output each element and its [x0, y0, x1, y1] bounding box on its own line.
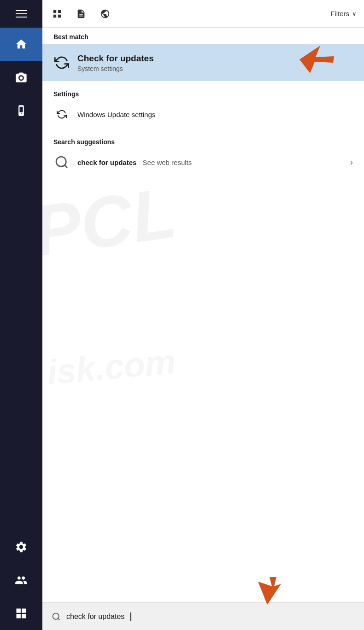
- sidebar: [0, 0, 42, 630]
- suggestion-web-search[interactable]: check for updates- See web results ›: [42, 149, 364, 175]
- best-match-icon: [53, 54, 70, 71]
- search-bar: check for updates: [42, 602, 364, 630]
- svg-marker-0: [299, 46, 334, 73]
- best-match-header: Best match: [42, 28, 364, 44]
- svg-point-4: [53, 613, 59, 619]
- best-match-subtitle: System settings: [77, 65, 154, 72]
- orange-arrow-annotation: [295, 43, 336, 76]
- watermark-text-2: isk.com: [46, 344, 177, 390]
- toolbar-globe-icon[interactable]: [98, 6, 112, 21]
- camera-icon: [15, 71, 28, 84]
- filters-label: Filters: [330, 10, 349, 18]
- watermark-text-1: PCL: [42, 177, 180, 267]
- results-area: Best match Check for updates System sett…: [42, 28, 364, 602]
- search-suggestion-icon: [53, 154, 70, 171]
- hamburger-menu[interactable]: [0, 0, 42, 28]
- home-icon: [15, 38, 28, 51]
- hamburger-icon: [16, 10, 27, 18]
- toolbar: Filters ∨: [42, 0, 364, 28]
- update-settings-icon: [53, 106, 70, 123]
- best-match-item[interactable]: Check for updates System settings: [42, 44, 364, 81]
- filters-button[interactable]: Filters ∨: [330, 10, 357, 18]
- user-icon: [15, 574, 28, 587]
- suggestion-suffix: - See web results: [138, 159, 192, 166]
- settings-header: Settings: [42, 85, 364, 101]
- toolbar-grid-icon[interactable]: [50, 6, 65, 21]
- suggestions-section: Search suggestions check for updates- Se…: [42, 131, 364, 177]
- search-cursor: [130, 612, 131, 621]
- suggestion-query: check for updates: [77, 159, 136, 166]
- settings-section: Settings Windows Update settings: [42, 81, 364, 131]
- suggestion-chevron-icon: ›: [350, 158, 353, 167]
- sidebar-item-user[interactable]: [0, 564, 42, 597]
- main-content: Filters ∨ Best match Check for updates S…: [42, 0, 364, 630]
- toolbar-document-icon[interactable]: [74, 6, 88, 21]
- windows-update-settings-item[interactable]: Windows Update settings: [42, 101, 364, 127]
- sidebar-item-home[interactable]: [0, 28, 42, 61]
- suggestion-text: check for updates- See web results: [77, 159, 192, 166]
- best-match-text: Check for updates System settings: [77, 53, 154, 73]
- watermark-area: PCL isk.com: [42, 177, 364, 407]
- windows-update-settings-label: Windows Update settings: [77, 111, 155, 118]
- sidebar-item-settings[interactable]: [0, 530, 42, 564]
- svg-marker-3: [258, 577, 281, 605]
- svg-point-1: [56, 157, 66, 166]
- svg-line-2: [65, 165, 67, 168]
- tower-icon: [15, 104, 28, 117]
- suggestions-header: Search suggestions: [42, 133, 364, 149]
- search-input-text[interactable]: check for updates: [66, 612, 124, 621]
- sidebar-bottom: [0, 530, 42, 630]
- sidebar-item-tower[interactable]: [0, 94, 42, 127]
- search-bar-icon: [52, 612, 61, 621]
- filters-chevron-icon: ∨: [352, 10, 357, 17]
- windows-icon: [15, 607, 28, 620]
- best-match-title: Check for updates: [77, 53, 154, 65]
- bottom-arrow-annotation: [249, 575, 286, 607]
- settings-gear-icon: [15, 541, 28, 553]
- svg-line-5: [58, 618, 60, 620]
- sidebar-item-camera[interactable]: [0, 61, 42, 94]
- sidebar-item-windows[interactable]: [0, 597, 42, 630]
